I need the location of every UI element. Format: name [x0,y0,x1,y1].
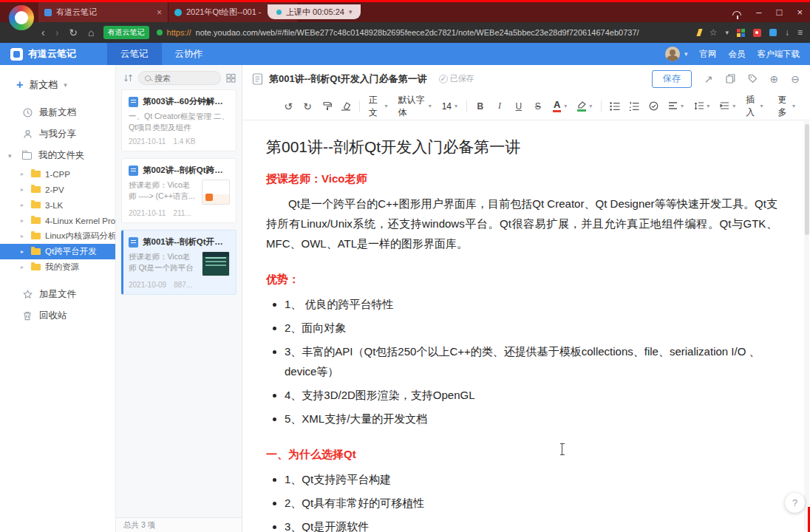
browser-tabstrip: 有道云笔记 × 2021年Qt绘图--001 - [38,2,299,22]
strikethrough-button[interactable]: S [532,98,544,115]
caret-right-icon[interactable]: ▸ [21,171,27,177]
tab-cloud-collab[interactable]: 云协作 [162,43,217,65]
sidebar-item-recent[interactable]: 最新文档 [0,102,115,123]
apps-grid-icon[interactable] [737,29,745,37]
sidebar-item-starred[interactable]: 加星文件 [0,284,115,305]
tab-close-icon[interactable]: × [157,7,162,18]
underline-button[interactable]: U [513,98,525,115]
caret-down-icon: ▾ [64,81,67,89]
format-painter-icon[interactable] [321,98,333,115]
font-family-select[interactable]: 默认字体 ▾ [397,94,433,119]
line-spacing-select[interactable]: ▾ [692,102,711,110]
sidebar-item-my-folders[interactable]: ▾ 我的文件夹 [0,145,115,166]
sort-icon[interactable] [123,73,133,83]
caret-down-icon: ▾ [732,103,735,109]
bold-button[interactable]: B [474,98,486,115]
search-input[interactable] [154,74,214,83]
align-select[interactable]: ▾ [667,102,685,110]
todo-list-icon[interactable] [647,98,659,115]
document-editing-area[interactable]: 第001讲--剖析Qt开发入门必备第一讲 授课老师：Vico老师 Qt是一个跨平… [242,120,810,532]
link-website[interactable]: 官网 [700,49,717,60]
sidebar-folder-my-resources[interactable]: ▸ 我的资源 [0,259,115,275]
speed-bolt-icon[interactable] [696,29,702,36]
tab-cloud-notes[interactable]: 云笔记 [107,43,162,65]
collapse-circle-icon[interactable]: ⊖ [791,74,800,84]
share-icon[interactable]: ↗ [704,74,713,84]
minimize-button[interactable]: – [756,7,761,17]
editor-scrollbar-thumb[interactable] [805,124,809,235]
bookmark-badge[interactable]: 有道云笔记 [103,26,149,39]
caret-right-icon[interactable]: ▸ [21,264,27,270]
save-button[interactable]: 保存 [652,70,692,88]
back-icon[interactable]: ‹ [41,27,45,38]
redo-icon[interactable]: ↻ [302,98,313,115]
sidebar-item-trash[interactable]: 回收站 [0,305,115,327]
refresh-icon[interactable]: ↻ [69,27,78,38]
sidebar-folder-linux-source[interactable]: ▸ Linux内核源码分析 [0,228,115,244]
chevron-down-icon[interactable]: ▾ [684,50,688,58]
download-icon[interactable]: ↓ [785,27,789,38]
sidebar-folder-linux-kernel[interactable]: ▸ 4-Linux Kernel Pros [0,213,115,228]
app-tabs: 云笔记 云协作 [107,43,216,65]
italic-button[interactable]: I [494,98,506,115]
class-timer-pill[interactable]: 上课中 00:05:24 ▾ [268,4,361,19]
sidebar-item-shared[interactable]: 与我分享 [0,123,115,145]
favorite-star-icon[interactable]: ☆ [709,27,718,38]
clear-format-icon[interactable] [340,98,352,115]
insert-menu[interactable]: 插入 ▾ [744,94,764,119]
caret-right-icon[interactable]: ▸ [21,202,27,208]
view-toggle-icon[interactable] [226,73,236,83]
sidebar-folder-2-pv[interactable]: ▸ 2-PV [0,182,115,197]
home-icon[interactable]: ⌂ [88,27,94,38]
theme-skin-icon[interactable] [732,7,741,17]
sidebar-item-label: 与我分享 [39,128,76,140]
bullet-list-icon[interactable] [609,98,621,115]
link-membership[interactable]: 会员 [729,49,746,60]
forward-icon[interactable]: › [55,27,59,38]
help-button[interactable]: ? [785,493,805,513]
browser-tab-youdao[interactable]: 有道云笔记 × [38,2,169,22]
menu-icon[interactable]: ≡ [797,27,803,38]
note-card-001[interactable]: 第001讲--剖析Qt开发入门必备... 授课老师：Vico老师 Qt是一个跨平… [121,230,236,295]
caret-down-icon: ▾ [792,103,795,109]
search-box[interactable] [138,71,221,85]
note-card-002[interactable]: 第002讲--剖析Qt跨平台GUI界... 授课老师：Vico老师 ----> … [121,158,236,223]
undo-icon[interactable]: ↺ [282,98,294,115]
add-circle-icon[interactable]: ⊕ [770,74,779,84]
folder-label: Qt跨平台开发 [45,246,97,257]
document-intro-paragraph: Qt是一个跨平台的C++图形用户界面库，目前包括Qt Creator、Qt De… [266,194,777,253]
indent-select[interactable]: ▾ [718,102,737,110]
caret-right-icon[interactable]: ▸ [21,217,27,224]
editor-header: 第001讲--剖析Qt开发入门必备第一讲 ✓ 已保存 保存 ↗ ⊕ ⊖ [242,65,810,92]
paragraph-style-select[interactable]: 正文 ▾ [367,94,389,119]
note-count-label: 总共 3 项 [123,520,155,531]
font-size-select[interactable]: 14 ▾ [440,101,459,112]
new-doc-button[interactable]: + 新文档 ▾ [0,74,115,96]
copy-icon[interactable] [726,74,735,83]
link-client-download[interactable]: 客户端下载 [758,49,800,60]
sidebar-folder-1-cpp[interactable]: ▸ 1-CPP [0,166,115,182]
address-bar[interactable]: https:// note.youdao.com/web/#/file/WEBe… [157,28,689,37]
sidebar-folder-3-lk[interactable]: ▸ 3-LK [0,197,115,213]
font-color-button[interactable]: A ▾ [551,100,568,112]
screenshot-tool-icon[interactable] [769,29,777,36]
list-item: 5、XML支持/大量的开发文档 [285,409,777,429]
clock-icon [22,108,33,118]
note-card-003[interactable]: 第003讲--60分钟解决Qt工程管... 一、Qt Creator框架管理 二… [121,89,236,151]
more-menu[interactable]: 更多 ▾ [777,94,797,119]
tag-icon[interactable] [748,74,758,83]
caret-right-icon[interactable]: ▸ [21,233,27,239]
close-button[interactable]: × [797,7,803,17]
extension-badge-icon[interactable] [753,29,761,37]
numbered-list-icon[interactable] [628,98,640,115]
browser-logo-icon[interactable] [9,5,34,30]
caret-down-icon[interactable]: ▾ [725,29,729,36]
highlight-button[interactable]: ▾ [576,101,593,112]
caret-right-icon[interactable]: ▸ [21,248,27,255]
caret-right-icon[interactable]: ▸ [21,186,27,193]
sidebar-folder-qt-crossplatform[interactable]: ▸ Qt跨平台开发 [0,244,115,259]
folder-label: 3-LK [45,201,63,210]
caret-down-icon[interactable]: ▾ [8,152,12,160]
maximize-button[interactable]: □ [777,7,783,17]
user-avatar[interactable] [665,47,680,61]
